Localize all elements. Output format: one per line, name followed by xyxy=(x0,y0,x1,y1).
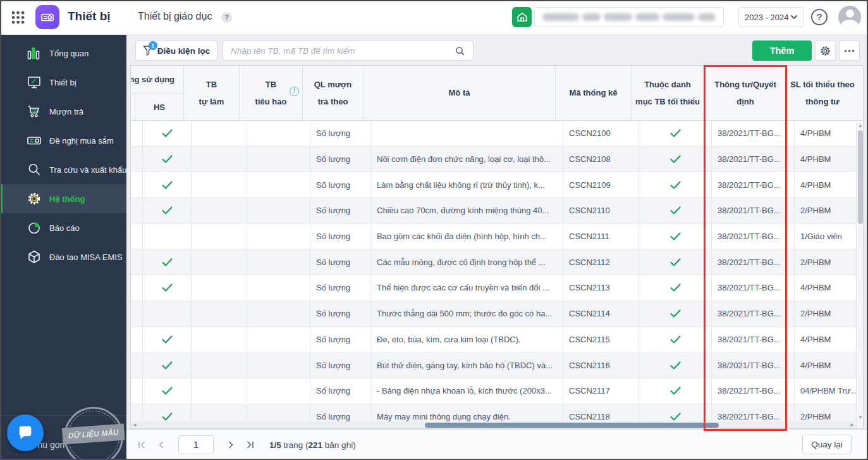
table-row[interactable]: Số lượngBút thử điện, găng tay, kính bảo… xyxy=(131,352,863,378)
column-thuoc-danh-muc[interactable]: Thuộc danh mục TB tối thiểu xyxy=(632,66,704,120)
sidebar-item-bao-cao[interactable]: Báo cáo xyxy=(0,213,126,242)
cell-ql: Số lượng xyxy=(310,249,371,275)
cell-ma-thong-ke: CSCN2116 xyxy=(563,352,639,378)
sidebar-item-de-nghi-mua-sam[interactable]: Đề nghị mua sắm xyxy=(0,126,126,155)
table-row[interactable]: Số lượngBao gồm các khối đa diện (hình h… xyxy=(131,224,863,250)
sidebar-item-tong-quan[interactable]: Tổng quan xyxy=(0,39,126,68)
settings-button[interactable] xyxy=(815,40,836,61)
cell-tb-tu-lam xyxy=(192,147,247,172)
next-page-button[interactable] xyxy=(224,440,238,449)
page-number-input[interactable]: 1 xyxy=(178,435,214,454)
table-row[interactable]: Số lượngThước thẳng dài 500 mm; thước đo… xyxy=(131,301,863,327)
cell-thong-tu: 38/2021/TT-BG... xyxy=(712,121,795,146)
column-tb-tieu-hao[interactable]: TB tiêu hao ! xyxy=(240,66,303,120)
cell-tb-tieu-hao xyxy=(247,275,310,301)
scroll-down-icon[interactable]: ▼ xyxy=(858,414,863,420)
scroll-right-icon[interactable]: ► xyxy=(850,422,855,428)
vertical-scrollbar[interactable]: ▲ ▼ xyxy=(856,121,863,428)
check-icon xyxy=(669,232,682,241)
check-icon xyxy=(669,412,682,421)
column-thong-tu[interactable]: Thông tư/Quyết định xyxy=(704,66,787,120)
sidebar-item-tra-cuu[interactable]: Tra cứu và xuất khẩu xyxy=(0,155,126,184)
gear-icon xyxy=(819,45,831,57)
horizontal-scrollbar[interactable]: ◄ ► xyxy=(131,421,856,428)
cell-mo-ta: Chiều cao 70cm, đường kính miệng thùng 4… xyxy=(371,198,563,223)
column-ma-thong-ke[interactable]: Mã thống kê xyxy=(556,66,632,120)
school-year-select[interactable]: 2023 - 2024 xyxy=(738,7,804,27)
prev-page-button[interactable] xyxy=(154,440,168,449)
last-page-button[interactable] xyxy=(243,440,257,449)
table-row[interactable]: Số lượngNồi cơm điện đơn chức năng, loại… xyxy=(131,147,863,173)
sidebar-item-thiet-bi[interactable]: Thiết bị xyxy=(0,68,126,97)
column-sl-toi-thieu[interactable]: SL tối thiểu theo thông tư xyxy=(787,66,858,120)
cell-ma-thong-ke: CSCN2108 xyxy=(563,147,639,172)
cell-thuoc-danh-muc xyxy=(639,327,712,352)
table-row[interactable]: Số lượngThể hiện được các cơ cấu truyền … xyxy=(131,275,863,301)
search-input[interactable]: Nhập tên TB, mã TB để tìm kiếm xyxy=(223,40,474,61)
cell-tb-tieu-hao xyxy=(247,121,310,146)
cell-tb-tu-lam xyxy=(192,198,247,223)
help-icon[interactable]: ? xyxy=(811,9,828,25)
horizontal-scrollbar-thumb[interactable] xyxy=(425,423,719,428)
column-mo-ta[interactable]: Mô tả xyxy=(364,66,556,120)
add-button[interactable]: Thêm xyxy=(752,40,812,61)
cell-ma-thong-ke: CSCN2100 xyxy=(563,121,639,146)
first-page-button[interactable] xyxy=(135,440,149,449)
cell-sl-toi-thieu: 4/PHBM xyxy=(795,275,864,301)
search-icon xyxy=(455,46,465,56)
cell-ma-thong-ke: CSCN2111 xyxy=(563,224,639,249)
scroll-up-icon[interactable]: ▲ xyxy=(858,123,863,128)
cell-ql: Số lượng xyxy=(310,301,371,326)
cell-ma-thong-ke: CSCN2114 xyxy=(563,301,639,326)
check-icon xyxy=(161,258,173,267)
table-row[interactable]: Số lượngĐe, eto, búa, kìm, cưa kim loại … xyxy=(131,327,863,353)
table-row[interactable]: Số lượng- Bảng điện nhựa khoan lỗ, kích … xyxy=(131,378,863,404)
sidebar-item-dao-tao[interactable]: Đào tạo MISA EMIS xyxy=(0,242,126,271)
more-options-button[interactable] xyxy=(839,40,860,61)
avatar[interactable] xyxy=(838,6,861,28)
back-button[interactable]: Quay lại xyxy=(802,435,852,454)
cell-tb-tieu-hao xyxy=(247,172,310,197)
sidebar-item-he-thong[interactable]: Hệ thống xyxy=(0,184,126,213)
page-help-icon[interactable]: ? xyxy=(221,12,232,23)
check-icon xyxy=(669,283,682,292)
info-icon[interactable]: ! xyxy=(290,87,299,96)
cell-tb-tu-lam xyxy=(192,352,247,378)
sample-data-stamp: DỮ LIỆU MẪU xyxy=(62,405,125,460)
table-row[interactable]: Số lượngCSCN210038/2021/TT-BG...4/PHBM xyxy=(131,121,863,147)
check-icon xyxy=(161,386,173,395)
filter-button[interactable]: 1 Điều kiện lọc xyxy=(135,40,217,61)
cell-ql: Số lượng xyxy=(310,172,371,197)
cell-tb-tu-lam xyxy=(192,224,247,249)
table-row[interactable]: Số lượngCác mẫu mỏng, được cố định trong… xyxy=(131,249,863,275)
app-logo-icon[interactable] xyxy=(35,5,59,29)
school-name-field[interactable] xyxy=(534,7,724,27)
column-ql-muon-tra[interactable]: QL mượn trả theo xyxy=(303,66,364,120)
cell-tb-tu-lam xyxy=(192,121,247,146)
table-row[interactable]: Số lượngChiều cao 70cm, đường kính miệng… xyxy=(131,198,863,224)
cell-sl-toi-thieu: 2/PHBM xyxy=(795,301,864,326)
cell-thong-tu: 38/2021/TT-BG... xyxy=(712,275,795,301)
cell-ql: Số lượng xyxy=(310,224,371,249)
scroll-left-icon[interactable]: ◄ xyxy=(132,422,137,428)
cell-hs xyxy=(143,198,192,223)
chat-button[interactable] xyxy=(7,414,44,451)
app-grid-icon[interactable] xyxy=(11,11,25,24)
vertical-scrollbar-thumb[interactable] xyxy=(858,130,863,224)
page-title: Thiết bị giáo dục xyxy=(138,11,212,22)
column-hs[interactable]: HS xyxy=(135,94,183,120)
cell-mo-ta: Đe, eto, búa, kìm, cưa kim loại (TBDC). xyxy=(371,327,563,352)
column-tb-tu-lam[interactable]: TB tự làm xyxy=(184,66,240,120)
cell-tb-tieu-hao xyxy=(247,198,310,223)
home-button[interactable] xyxy=(512,7,532,27)
cell-ql: Số lượng xyxy=(310,352,371,378)
cell-tb-tieu-hao xyxy=(247,301,310,326)
column-doi-tuong-su-dung[interactable]: Đối tượng sử dụng HS xyxy=(131,66,184,120)
cell-mo-ta xyxy=(371,121,563,146)
sidebar-item-muon-tra[interactable]: Mượn trả xyxy=(0,97,126,126)
pagination-summary: 1/5 trang (221 bản ghi) xyxy=(269,440,356,450)
table-row[interactable]: Số lượngLàm bằng chất liệu không rỉ (trừ… xyxy=(131,172,863,198)
search-icon xyxy=(27,162,42,177)
home-icon xyxy=(516,11,529,23)
cell-hs xyxy=(143,327,192,352)
